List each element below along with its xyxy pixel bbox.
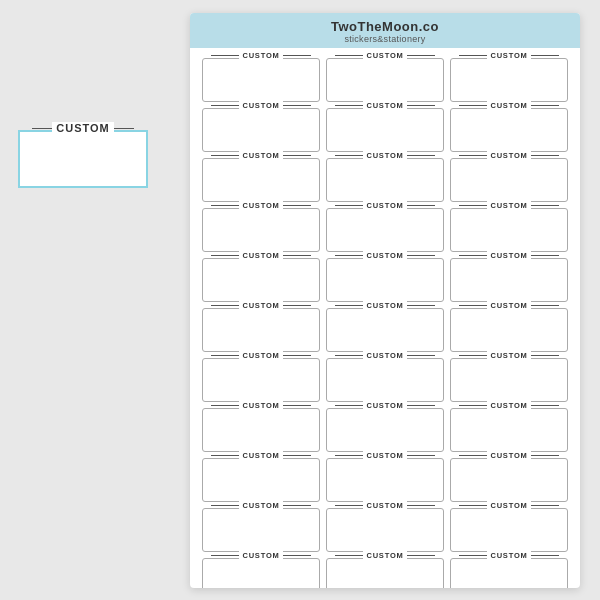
label-line-right	[407, 355, 435, 356]
label-line-right	[283, 355, 311, 356]
sticker-cell: CUSTOM	[326, 108, 444, 152]
preview-line-right	[114, 128, 134, 129]
sticker-cell: CUSTOM	[450, 108, 568, 152]
sticker-label-text: CUSTOM	[487, 101, 530, 110]
label-line-right	[407, 255, 435, 256]
sticker-label-text: CUSTOM	[487, 151, 530, 160]
sticker-label-text: CUSTOM	[363, 101, 406, 110]
label-line-right	[283, 105, 311, 106]
label-line-left	[335, 155, 363, 156]
label-line-left	[459, 505, 487, 506]
sticker-label-wrapper: CUSTOM	[211, 551, 311, 560]
sticker-cell: CUSTOM	[450, 308, 568, 352]
sticker-label-wrapper: CUSTOM	[335, 501, 435, 510]
sticker-label-text: CUSTOM	[239, 201, 282, 210]
sticker-label-text: CUSTOM	[363, 501, 406, 510]
sticker-label-wrapper: CUSTOM	[335, 251, 435, 260]
sticker-label-wrapper: CUSTOM	[211, 51, 311, 60]
sticker-cell: CUSTOM	[326, 258, 444, 302]
sticker-label-wrapper: CUSTOM	[459, 351, 559, 360]
label-line-left	[335, 255, 363, 256]
label-line-left	[211, 455, 239, 456]
sticker-label-wrapper: CUSTOM	[459, 551, 559, 560]
sticker-cell: CUSTOM	[202, 408, 320, 452]
sticker-cell: CUSTOM	[450, 258, 568, 302]
label-line-right	[407, 155, 435, 156]
label-line-left	[459, 455, 487, 456]
sticker-label-text: CUSTOM	[487, 551, 530, 560]
label-line-left	[335, 555, 363, 556]
sticker-label-wrapper: CUSTOM	[335, 101, 435, 110]
sticker-label-text: CUSTOM	[363, 551, 406, 560]
sticker-label-wrapper: CUSTOM	[459, 201, 559, 210]
label-line-right	[407, 555, 435, 556]
sticker-label-wrapper: CUSTOM	[459, 451, 559, 460]
label-line-left	[459, 55, 487, 56]
sticker-label-wrapper: CUSTOM	[459, 51, 559, 60]
label-line-right	[407, 455, 435, 456]
sticker-label-wrapper: CUSTOM	[335, 51, 435, 60]
sticker-cell: CUSTOM	[326, 308, 444, 352]
label-line-left	[459, 105, 487, 106]
sheet-header: TwoTheMoon.co stickers&stationery	[190, 13, 580, 48]
sticker-label-wrapper: CUSTOM	[211, 101, 311, 110]
sticker-cell: CUSTOM	[202, 358, 320, 402]
sticker-label-wrapper: CUSTOM	[459, 301, 559, 310]
sticker-cell: CUSTOM	[326, 408, 444, 452]
label-line-right	[407, 505, 435, 506]
label-line-right	[531, 255, 559, 256]
sticker-label-text: CUSTOM	[363, 401, 406, 410]
label-line-left	[211, 205, 239, 206]
sheet-title: TwoTheMoon.co	[190, 19, 580, 34]
label-line-right	[407, 205, 435, 206]
sticker-label-text: CUSTOM	[487, 201, 530, 210]
label-line-right	[531, 105, 559, 106]
sticker-label-wrapper: CUSTOM	[211, 351, 311, 360]
sticker-label-text: CUSTOM	[363, 51, 406, 60]
label-line-left	[459, 555, 487, 556]
label-line-right	[283, 405, 311, 406]
sticker-cell: CUSTOM	[450, 458, 568, 502]
sticker-label-wrapper: CUSTOM	[459, 401, 559, 410]
sticker-sheet: TwoTheMoon.co stickers&stationery CUSTOM…	[190, 13, 580, 588]
label-line-left	[335, 205, 363, 206]
label-line-right	[283, 505, 311, 506]
sticker-label-wrapper: CUSTOM	[335, 451, 435, 460]
label-line-right	[531, 355, 559, 356]
label-line-left	[211, 255, 239, 256]
sticker-label-text: CUSTOM	[363, 351, 406, 360]
sticker-cell: CUSTOM	[202, 458, 320, 502]
label-line-left	[335, 505, 363, 506]
sticker-cell: CUSTOM	[326, 458, 444, 502]
sticker-label-wrapper: CUSTOM	[459, 501, 559, 510]
sticker-label-text: CUSTOM	[487, 501, 530, 510]
label-line-right	[283, 555, 311, 556]
sticker-cell: CUSTOM	[450, 58, 568, 102]
label-line-left	[211, 555, 239, 556]
sticker-label-text: CUSTOM	[487, 451, 530, 460]
label-line-left	[211, 505, 239, 506]
sticker-label-wrapper: CUSTOM	[335, 351, 435, 360]
sticker-label-wrapper: CUSTOM	[459, 101, 559, 110]
label-line-left	[211, 405, 239, 406]
label-line-left	[335, 405, 363, 406]
page-wrapper: CUSTOM TwoTheMoon.co stickers&stationery…	[0, 0, 600, 600]
label-line-right	[283, 155, 311, 156]
label-line-left	[335, 455, 363, 456]
sticker-label-text: CUSTOM	[239, 451, 282, 460]
sticker-cell: CUSTOM	[202, 258, 320, 302]
sticker-label-wrapper: CUSTOM	[211, 201, 311, 210]
preview-line-left	[32, 128, 52, 129]
label-line-left	[211, 355, 239, 356]
label-line-left	[211, 305, 239, 306]
label-line-right	[531, 205, 559, 206]
label-line-left	[211, 105, 239, 106]
label-line-right	[407, 305, 435, 306]
sticker-label-text: CUSTOM	[363, 451, 406, 460]
label-line-left	[459, 205, 487, 206]
sticker-label-wrapper: CUSTOM	[211, 501, 311, 510]
sticker-cell: CUSTOM	[202, 208, 320, 252]
sticker-label-wrapper: CUSTOM	[211, 151, 311, 160]
sticker-label-text: CUSTOM	[239, 251, 282, 260]
sticker-label-wrapper: CUSTOM	[335, 401, 435, 410]
